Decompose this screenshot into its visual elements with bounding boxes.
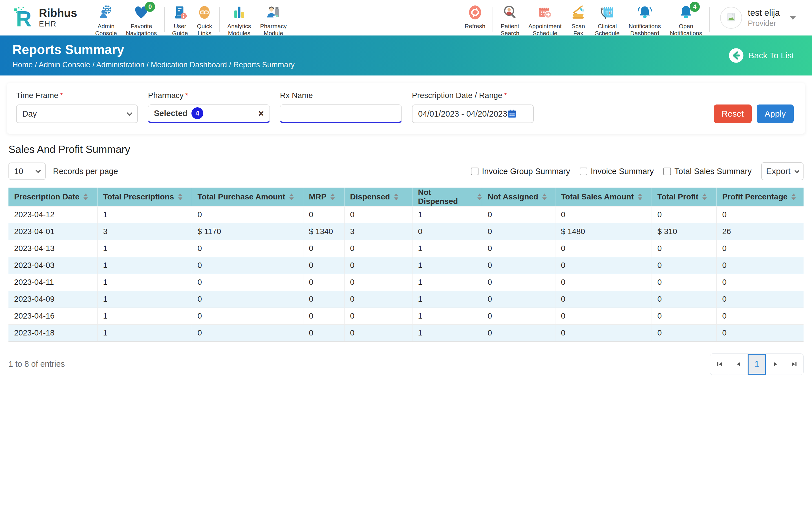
records-per-page-label: Records per page: [53, 167, 118, 176]
table-cell: 0: [344, 307, 412, 325]
table-cell: $ 1480: [555, 223, 652, 240]
nav-divider: [164, 7, 165, 32]
column-header-profit-percentage[interactable]: Profit Percentage: [716, 187, 804, 206]
sort-icon[interactable]: [84, 193, 88, 200]
table-cell: 0: [652, 206, 716, 223]
table-cell: 0: [555, 257, 652, 274]
column-header-label: Total Purchase Amount: [198, 192, 285, 202]
sort-icon[interactable]: [477, 193, 482, 200]
table-cell: 26: [716, 223, 804, 240]
breadcrumb[interactable]: Home / Admin Console / Administration / …: [12, 61, 728, 69]
column-header-total-purchase-amount[interactable]: Total Purchase Amount: [192, 187, 303, 206]
current-page-button[interactable]: 1: [748, 354, 766, 375]
nav-item-refresh[interactable]: Refresh: [460, 3, 490, 31]
column-header-not-assigned[interactable]: Not Assigned: [482, 187, 555, 206]
table-cell: 0: [716, 274, 804, 291]
top-nav-items: Admin Console0Favorite NavigationsUser G…: [91, 0, 713, 36]
first-page-button[interactable]: [710, 354, 729, 375]
table-cell: 1: [97, 240, 192, 257]
column-header-total-profit[interactable]: Total Profit: [652, 187, 716, 206]
nav-item-appointment-schedule[interactable]: Appointment Schedule: [524, 3, 566, 38]
next-page-button[interactable]: [766, 354, 784, 375]
nav-item-label: Quick Links: [197, 22, 212, 37]
nav-item-label: User Guide: [172, 22, 188, 37]
top-nav: R Ribhus EHR Admin Console0Favorite Navi…: [0, 0, 812, 36]
column-header-total-sales-amount[interactable]: Total Sales Amount: [555, 187, 652, 206]
nav-item-analytics-modules[interactable]: Analytics Modules: [223, 3, 255, 38]
nav-item-quick-links[interactable]: Quick Links: [192, 3, 216, 38]
checkbox-icon[interactable]: [471, 168, 478, 175]
nav-item-clinical-schedule[interactable]: Clinical Schedule: [591, 3, 624, 38]
nav-item-favorite-navigations[interactable]: 0Favorite Navigations: [121, 3, 161, 38]
export-button[interactable]: Export: [761, 162, 804, 180]
column-header-prescription-date[interactable]: Prescription Date: [8, 187, 97, 206]
nav-item-label: Patient Search: [500, 22, 519, 37]
sort-icon[interactable]: [542, 193, 547, 200]
table-cell: 1: [412, 206, 482, 223]
table-cell: 0: [482, 240, 555, 257]
column-header-label: Prescription Date: [14, 192, 80, 202]
records-per-page-select[interactable]: 10: [8, 163, 46, 180]
table-row: 2023-04-09100010000: [8, 291, 804, 307]
date-range-input[interactable]: 04/01/2023 - 04/20/2023: [412, 105, 534, 123]
rx-name-input[interactable]: [286, 109, 396, 118]
table-cell: 1: [97, 307, 192, 325]
checkbox-invoice-group-summary[interactable]: Invoice Group Summary: [471, 167, 570, 176]
sort-icon[interactable]: [792, 193, 796, 200]
last-page-button[interactable]: [784, 354, 803, 375]
table-cell: 0: [303, 325, 344, 341]
table-cell: 0: [303, 274, 344, 291]
nav-item-pharmacy-module[interactable]: Pharmacy Module: [255, 3, 291, 38]
nav-item-label: Refresh: [465, 22, 486, 30]
sort-icon[interactable]: [331, 193, 335, 200]
calendar-icon[interactable]: [507, 109, 517, 119]
app-logo[interactable]: R Ribhus EHR: [11, 5, 77, 30]
table-cell: 0: [652, 240, 716, 257]
table-cell: 0: [482, 223, 555, 240]
column-header-not-dispensed[interactable]: Not Dispensed: [412, 187, 482, 206]
nav-item-admin-console[interactable]: Admin Console: [91, 3, 121, 38]
sort-icon[interactable]: [178, 193, 183, 200]
back-to-list-button[interactable]: Back To List: [728, 48, 794, 63]
nav-item-patient-search[interactable]: Patient Search: [496, 3, 524, 38]
checkbox-invoice-summary[interactable]: Invoice Summary: [580, 167, 654, 176]
sort-icon[interactable]: [702, 193, 707, 200]
table-cell: 0: [482, 257, 555, 274]
nav-item-notifications-dashboard[interactable]: Notifications Dashboard: [624, 3, 665, 38]
back-to-list-label: Back To List: [749, 51, 794, 60]
chevron-down-icon: [794, 168, 799, 173]
table-cell: 1: [97, 274, 192, 291]
nav-item-scan-fax[interactable]: Scan Fax: [566, 3, 591, 38]
checkbox-total-sales-summary[interactable]: Total Sales Summary: [663, 167, 752, 176]
table-cell: 0: [716, 325, 804, 341]
table-cell: 2023-04-13: [8, 240, 97, 257]
nav-item-user-guide[interactable]: User Guide: [167, 3, 192, 38]
scan-fax-icon: [571, 4, 586, 20]
time-frame-select[interactable]: Day: [16, 105, 138, 123]
sort-icon[interactable]: [638, 193, 642, 200]
user-menu[interactable]: test elija Provider: [720, 7, 796, 29]
sort-icon[interactable]: [289, 193, 294, 200]
apply-button[interactable]: Apply: [757, 105, 794, 123]
table-cell: 0: [555, 240, 652, 257]
table-cell: 0: [344, 257, 412, 274]
table-cell: 1: [412, 274, 482, 291]
nav-item-open-notifications[interactable]: 4Open Notifications: [665, 3, 707, 38]
nav-divider: [219, 7, 220, 32]
clear-icon[interactable]: ×: [258, 108, 264, 118]
column-header-label: MRP: [309, 192, 326, 202]
table-cell: 2023-04-12: [8, 206, 97, 223]
column-header-total-prescriptions[interactable]: Total Prescriptions: [97, 187, 192, 206]
reset-button[interactable]: Reset: [714, 105, 752, 123]
table-cell: 0: [192, 307, 303, 325]
sort-icon[interactable]: [394, 193, 398, 200]
checkbox-icon[interactable]: [663, 168, 671, 175]
column-header-mrp[interactable]: MRP: [303, 187, 344, 206]
chevron-down-icon[interactable]: [790, 16, 796, 20]
pharmacy-select[interactable]: Selected 4 ×: [148, 105, 270, 123]
avatar: [720, 7, 742, 29]
checkbox-icon[interactable]: [580, 168, 587, 175]
prev-page-button[interactable]: [729, 354, 748, 375]
column-header-dispensed[interactable]: Dispensed: [344, 187, 412, 206]
nav-item-label: Open Notifications: [670, 22, 702, 37]
